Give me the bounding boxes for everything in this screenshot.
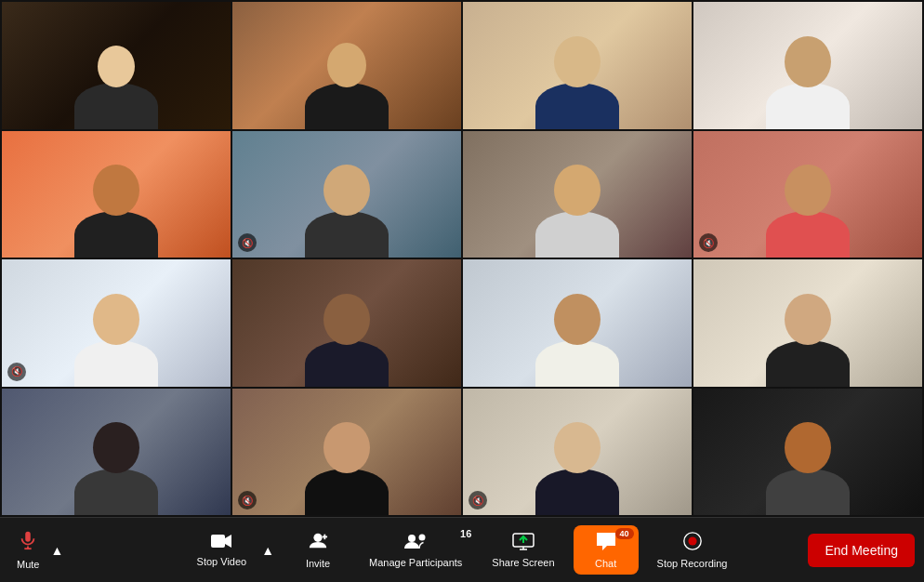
share-screen-label: Share Screen — [492, 557, 554, 568]
chat-icon — [595, 531, 617, 555]
chevron-up-video-icon: ▲ — [261, 543, 274, 558]
video-cell-0[interactable] — [2, 2, 231, 129]
stop-recording-label: Stop Recording — [657, 558, 728, 569]
chevron-up-icon: ▲ — [50, 543, 63, 558]
invite-icon — [308, 531, 328, 555]
video-cell-15[interactable] — [693, 389, 922, 516]
svg-point-11 — [688, 536, 696, 545]
chat-button[interactable]: Chat 40 — [574, 525, 639, 575]
video-cell-7[interactable]: 🔇 — [693, 131, 922, 258]
mute-label: Mute — [17, 559, 39, 570]
video-cell-14[interactable]: 🔇 — [463, 389, 692, 516]
participants-count: 16 — [460, 528, 471, 539]
invite-button[interactable]: Invite — [285, 525, 350, 575]
mute-indicator-7: 🔇 — [699, 233, 718, 252]
participants-icon — [403, 532, 428, 554]
toolbar-left: Mute ▲ — [9, 524, 186, 575]
share-screen-icon — [512, 532, 535, 554]
mute-indicator-5: 🔇 — [238, 233, 257, 252]
video-cell-12[interactable] — [2, 389, 231, 516]
video-cell-2[interactable] — [463, 2, 692, 129]
toolbar: Mute ▲ Stop Video ▲ — [0, 517, 924, 582]
svg-rect-0 — [25, 532, 31, 542]
manage-participants-button[interactable]: Manage Participants 16 — [358, 526, 473, 574]
mute-indicator-8: 🔇 — [7, 363, 26, 381]
svg-point-4 — [313, 534, 322, 542]
video-cell-9[interactable] — [232, 259, 461, 387]
mute-indicator-13: 🔇 — [238, 491, 257, 509]
stop-video-button[interactable]: Stop Video — [186, 527, 258, 573]
svg-point-7 — [408, 535, 416, 542]
stop-video-label: Stop Video — [197, 556, 247, 567]
video-cell-5[interactable]: 🔇 — [232, 131, 461, 258]
video-icon — [210, 533, 232, 553]
stop-recording-button[interactable]: Stop Recording — [646, 525, 739, 575]
video-cell-10[interactable] — [463, 259, 692, 387]
video-cell-11[interactable] — [693, 259, 922, 387]
mute-button[interactable]: Mute — [9, 524, 46, 575]
video-cell-8[interactable]: 🔇 — [2, 259, 231, 387]
chat-label: Chat — [595, 558, 616, 569]
video-cell-1[interactable] — [232, 2, 461, 129]
video-grid: 🔇 🔇 🔇 — [0, 0, 924, 517]
manage-participants-label: Manage Participants — [369, 557, 462, 568]
mic-icon — [18, 530, 38, 556]
chat-badge: 40 — [615, 528, 634, 539]
svg-rect-3 — [211, 535, 225, 548]
video-cell-13[interactable]: 🔇 — [232, 389, 461, 516]
svg-point-8 — [419, 535, 426, 541]
mute-chevron[interactable]: ▲ — [46, 539, 67, 562]
video-cell-3[interactable] — [693, 2, 922, 129]
record-icon — [682, 531, 703, 555]
toolbar-right: End Meeting — [738, 534, 915, 567]
end-meeting-button[interactable]: End Meeting — [808, 534, 915, 567]
share-screen-button[interactable]: Share Screen — [481, 526, 565, 574]
mute-indicator-14: 🔇 — [469, 491, 487, 509]
toolbar-center: Stop Video ▲ Invite — [186, 525, 739, 575]
video-cell-4[interactable] — [2, 131, 231, 258]
invite-label: Invite — [306, 558, 330, 569]
video-chevron[interactable]: ▲ — [257, 539, 278, 562]
video-cell-6[interactable] — [463, 131, 692, 258]
